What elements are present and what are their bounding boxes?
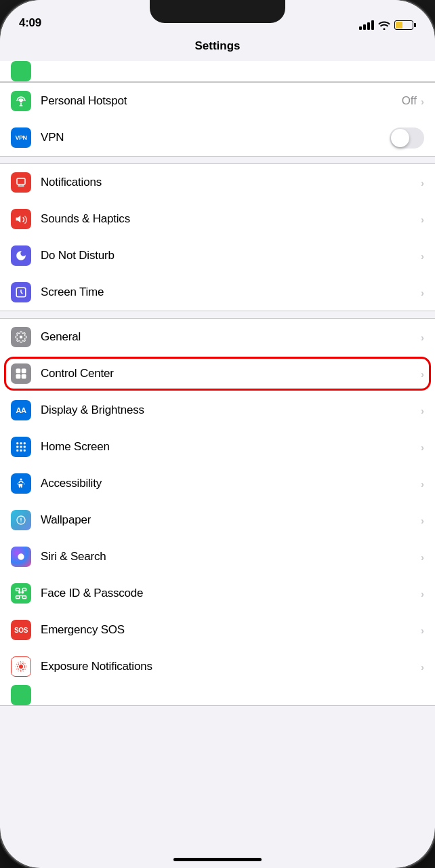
settings-item-home-screen[interactable]: Home Screen › [0, 429, 435, 465]
settings-item-face-id[interactable]: Face ID & Passcode › [0, 575, 435, 612]
svg-rect-17 [20, 446, 22, 448]
settings-item-general[interactable]: General › [0, 319, 435, 355]
partial-bottom-item[interactable] [0, 685, 435, 705]
vpn-label: VPN [41, 131, 390, 144]
personal-hotspot-chevron: › [421, 96, 424, 107]
emergency-sos-label: Emergency SOS [41, 623, 421, 637]
screen-time-chevron: › [421, 287, 424, 298]
general-label: General [41, 330, 421, 344]
emergency-sos-icon: SOS [11, 620, 31, 640]
svg-point-30 [19, 665, 23, 669]
settings-item-personal-hotspot[interactable]: Personal Hotspot Off › [0, 83, 435, 119]
home-indicator[interactable] [173, 858, 262, 861]
control-center-label: Control Center [41, 367, 421, 380]
siri-chevron: › [421, 551, 424, 563]
display-chevron: › [421, 405, 424, 416]
settings-item-siri[interactable]: Siri & Search › [0, 538, 435, 575]
siri-icon [11, 547, 31, 567]
svg-marker-4 [16, 216, 21, 223]
svg-rect-24 [16, 589, 20, 591]
wallpaper-icon [11, 510, 31, 530]
settings-group-connectivity: Personal Hotspot Off › VPN VPN [0, 82, 435, 157]
svg-rect-3 [17, 178, 25, 184]
accessibility-chevron: › [421, 478, 424, 490]
notifications-label: Notifications [41, 176, 421, 189]
general-chevron: › [421, 332, 424, 343]
status-time: 4:09 [19, 16, 41, 30]
svg-rect-27 [22, 596, 26, 599]
face-id-label: Face ID & Passcode [41, 587, 421, 600]
notifications-chevron: › [421, 177, 424, 189]
partial-top-icon [11, 61, 31, 81]
face-id-icon [11, 583, 31, 604]
settings-item-control-center[interactable]: Control Center › [0, 355, 435, 392]
page-title: Settings [194, 39, 240, 52]
svg-point-29 [22, 591, 23, 593]
accessibility-icon [11, 473, 31, 494]
sounds-icon [11, 209, 31, 229]
do-not-disturb-label: Do Not Disturb [41, 249, 421, 262]
settings-item-screen-time[interactable]: Screen Time › [0, 274, 435, 311]
svg-rect-21 [24, 450, 26, 452]
svg-rect-19 [16, 450, 18, 452]
phone-frame: 4:09 [0, 0, 435, 868]
partial-top-group [0, 61, 435, 82]
svg-rect-15 [24, 442, 26, 444]
signal-icon [359, 20, 374, 30]
personal-hotspot-label: Personal Hotspot [41, 94, 402, 108]
svg-rect-14 [20, 442, 22, 444]
vpn-toggle[interactable] [390, 127, 424, 149]
exposure-label: Exposure Notifications [41, 660, 421, 673]
accessibility-label: Accessibility [41, 477, 421, 490]
do-not-disturb-chevron: › [421, 250, 424, 262]
svg-rect-16 [16, 446, 18, 448]
settings-item-vpn[interactable]: VPN VPN [0, 119, 435, 156]
svg-line-7 [21, 292, 22, 294]
vpn-icon: VPN [11, 127, 31, 148]
exposure-chevron: › [421, 661, 424, 673]
svg-point-8 [20, 336, 23, 339]
battery-icon [394, 20, 416, 30]
wallpaper-chevron: › [421, 515, 424, 526]
home-screen-label: Home Screen [41, 440, 421, 454]
svg-rect-20 [20, 450, 22, 452]
settings-item-exposure[interactable]: Exposure Notifications › [0, 648, 435, 685]
settings-item-accessibility[interactable]: Accessibility › [0, 465, 435, 502]
display-label: Display & Brightness [41, 403, 421, 417]
svg-point-23 [18, 553, 24, 559]
settings-group-general: General › Control Center [0, 318, 435, 706]
settings-item-emergency-sos[interactable]: SOS Emergency SOS › [0, 612, 435, 648]
face-id-chevron: › [421, 588, 424, 599]
settings-item-do-not-disturb[interactable]: Do Not Disturb › [0, 237, 435, 274]
screen-time-icon [11, 282, 31, 302]
settings-item-notifications[interactable]: Notifications › [0, 164, 435, 201]
control-center-chevron: › [421, 368, 424, 380]
wallpaper-label: Wallpaper [41, 513, 421, 527]
screen-time-label: Screen Time [41, 285, 421, 299]
wifi-icon [378, 20, 390, 30]
partial-top-item[interactable] [0, 61, 435, 81]
svg-rect-9 [16, 369, 21, 374]
settings-item-display[interactable]: AA Display & Brightness › [0, 392, 435, 429]
sounds-chevron: › [421, 214, 424, 225]
siri-label: Siri & Search [41, 550, 421, 564]
home-screen-icon [11, 437, 31, 457]
svg-rect-25 [22, 589, 26, 591]
do-not-disturb-icon [11, 245, 31, 266]
svg-point-28 [19, 591, 20, 593]
partial-bottom-icon [11, 685, 31, 705]
sounds-label: Sounds & Haptics [41, 212, 421, 226]
settings-scroll[interactable]: Personal Hotspot Off › VPN VPN [0, 61, 435, 865]
settings-group-notifications: Notifications › Sounds & Haptics › [0, 163, 435, 311]
status-icons [359, 20, 416, 30]
emergency-sos-chevron: › [421, 625, 424, 636]
home-screen-chevron: › [421, 441, 424, 453]
display-icon: AA [11, 400, 31, 420]
exposure-icon [11, 656, 31, 677]
personal-hotspot-value: Off [402, 94, 417, 108]
control-center-icon [11, 363, 31, 384]
settings-item-wallpaper[interactable]: Wallpaper › [0, 502, 435, 538]
settings-item-sounds[interactable]: Sounds & Haptics › [0, 201, 435, 237]
notch [150, 0, 285, 23]
general-icon [11, 327, 31, 347]
